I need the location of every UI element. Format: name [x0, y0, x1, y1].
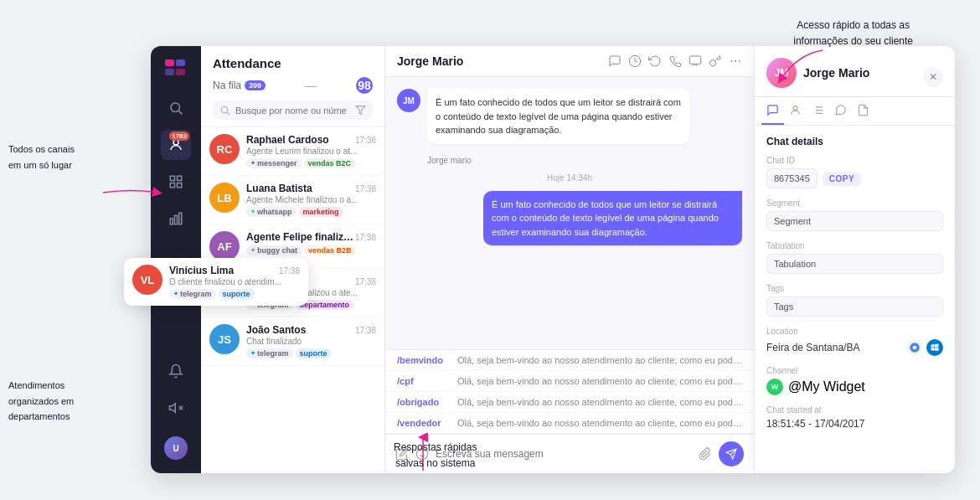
windows-icon[interactable] — [926, 339, 943, 356]
app-logo — [161, 56, 191, 80]
chat-started-label: Chat started at — [766, 405, 943, 415]
search-box — [213, 101, 373, 120]
chat-started-value: 18:51:45 - 17/04/2017 — [766, 418, 943, 430]
svg-rect-0 — [165, 59, 174, 66]
search-input[interactable] — [235, 106, 347, 116]
segment-label: Segment — [766, 198, 943, 208]
tab-list[interactable] — [807, 97, 829, 125]
annotation-top-right: Acesso rápido a todas as informações do … — [793, 17, 913, 49]
chat-header-name: Jorge Mario — [397, 54, 463, 68]
svg-point-23 — [739, 60, 740, 61]
svg-point-6 — [173, 140, 178, 145]
tab-profile[interactable] — [784, 97, 807, 125]
field-tabulation: Tabulation Tabulation — [766, 241, 943, 274]
message-incoming: JM É um fato conhecido de todos que um l… — [397, 89, 690, 144]
chat-item[interactable]: JS João Santos 17:38 Chat finalizado tel… — [201, 317, 384, 366]
chat-messages: JM É um fato conhecido de todos que um l… — [385, 77, 754, 349]
sidebar-avatar[interactable]: U — [161, 433, 191, 463]
action-icon-5[interactable] — [689, 54, 702, 68]
field-chat-id: Chat ID 8675345 COPY — [766, 156, 943, 188]
svg-marker-14 — [170, 404, 176, 413]
tab-docs[interactable] — [852, 97, 874, 125]
queue-add-btn[interactable]: 98 — [356, 77, 373, 94]
contact-avatar: JM — [766, 58, 797, 88]
svg-line-5 — [178, 111, 182, 114]
svg-point-30 — [793, 106, 797, 111]
queue-collapse[interactable]: — — [305, 79, 317, 92]
action-icon-3[interactable] — [648, 54, 662, 68]
tab-whatsapp[interactable] — [829, 97, 852, 125]
svg-rect-7 — [170, 176, 174, 180]
sidebar-mute[interactable] — [161, 393, 191, 423]
chrome-icon[interactable] — [906, 339, 923, 356]
field-tags: Tags Tags — [766, 284, 943, 317]
svg-rect-8 — [178, 176, 182, 180]
sidebar-departments[interactable] — [161, 167, 191, 197]
filter-icon[interactable] — [355, 105, 366, 116]
quick-reply-item[interactable]: /cpf Olá, seja bem-vindo ao nosso atendi… — [385, 371, 754, 392]
panel-header: Attendance Na fila 399 — 98 — [201, 46, 384, 127]
chat-id-label: Chat ID — [766, 156, 943, 165]
tags-label: Tags — [766, 284, 943, 293]
contact-details: Chat details Chat ID 8675345 COPY Segmen… — [755, 126, 955, 473]
svg-rect-13 — [179, 213, 182, 224]
floating-chat-preview: O cliente finalizou o atendim... — [169, 277, 300, 286]
msg-avatar: JM — [397, 89, 420, 112]
floating-channel-tag: telegram — [169, 289, 216, 299]
close-panel-button[interactable]: ✕ — [923, 67, 943, 87]
floating-chat-name: Vinícius Lima — [169, 265, 234, 276]
sidebar-notifications[interactable] — [161, 356, 191, 386]
field-channel: Channel W @My Widget — [766, 366, 943, 395]
annotation-bottom: Respostas rápidas salvas no sistema — [394, 439, 477, 471]
chat-avatar: JS — [209, 324, 240, 354]
action-icon-7[interactable] — [729, 54, 742, 68]
sidebar-search[interactable] — [161, 93, 191, 123]
panel-title: Attendance — [213, 56, 373, 70]
svg-rect-12 — [175, 215, 178, 224]
send-button[interactable] — [719, 441, 744, 466]
chat-item[interactable]: RC Raphael Cardoso 17:38 Agente Leurim f… — [201, 127, 384, 176]
floating-chat-info: Vinícius Lima 17:38 O cliente finalizou … — [169, 265, 300, 299]
message-outgoing: É um fato conhecido de todos que um leit… — [483, 191, 742, 246]
svg-rect-2 — [165, 69, 174, 75]
sidebar-reports[interactable] — [161, 204, 191, 234]
floating-dept-tag: suporte — [219, 289, 255, 299]
chat-info: Raphael Cardoso 17:38 Agente Leurim fina… — [246, 134, 376, 168]
tab-chat[interactable] — [761, 97, 784, 125]
floating-chat-time: 17:38 — [279, 266, 300, 276]
action-icon-4[interactable] — [668, 54, 682, 68]
section-title: Chat details — [766, 136, 943, 147]
action-icon-1[interactable] — [608, 54, 622, 68]
channel-label: Channel — [766, 366, 943, 375]
chat-id-value: 8675345 — [766, 168, 818, 188]
annotation-left-top: Todos os canais em um só lugar — [8, 141, 75, 172]
svg-point-4 — [171, 103, 180, 112]
svg-point-38 — [913, 346, 917, 350]
svg-marker-19 — [356, 106, 365, 115]
contact-name: Jorge Mario — [803, 66, 869, 80]
tabulation-label: Tabulation — [766, 241, 943, 250]
chat-main: Jorge Mario JM É um fato conhecido de to… — [385, 46, 754, 473]
search-icon — [219, 105, 230, 116]
channel-icon: W — [766, 379, 783, 395]
chat-header-actions — [608, 54, 742, 68]
quick-reply-item[interactable]: /vendedor Olá, seja bem-vindo ao nosso a… — [385, 413, 754, 434]
chat-info: João Santos 17:38 Chat finalizado telegr… — [246, 324, 376, 358]
svg-rect-9 — [170, 183, 174, 188]
svg-rect-21 — [689, 56, 700, 64]
svg-rect-10 — [178, 183, 182, 188]
action-icon-2[interactable] — [628, 54, 642, 68]
action-icon-6[interactable] — [709, 54, 722, 68]
sidebar-contacts[interactable] — [161, 130, 191, 160]
attachment-icon[interactable] — [699, 447, 712, 461]
svg-rect-3 — [176, 69, 185, 75]
chat-item[interactable]: LB Luana Batista 17:38 Agente Michele fi… — [201, 176, 384, 224]
quick-reply-item[interactable]: /obrigado Olá, seja bem-vindo ao nosso a… — [385, 392, 754, 413]
field-segment: Segment Segment — [766, 198, 943, 231]
queue-label: Na fila 399 — [213, 80, 266, 91]
copy-button[interactable]: COPY — [823, 172, 861, 186]
chat-avatar: RC — [209, 134, 240, 164]
floating-chat-item[interactable]: VL Vinícius Lima 17:38 O cliente finaliz… — [124, 258, 308, 306]
quick-reply-item[interactable]: /bemvindo Olá, seja bem-vindo ao nosso a… — [385, 350, 754, 371]
svg-point-17 — [221, 106, 228, 113]
